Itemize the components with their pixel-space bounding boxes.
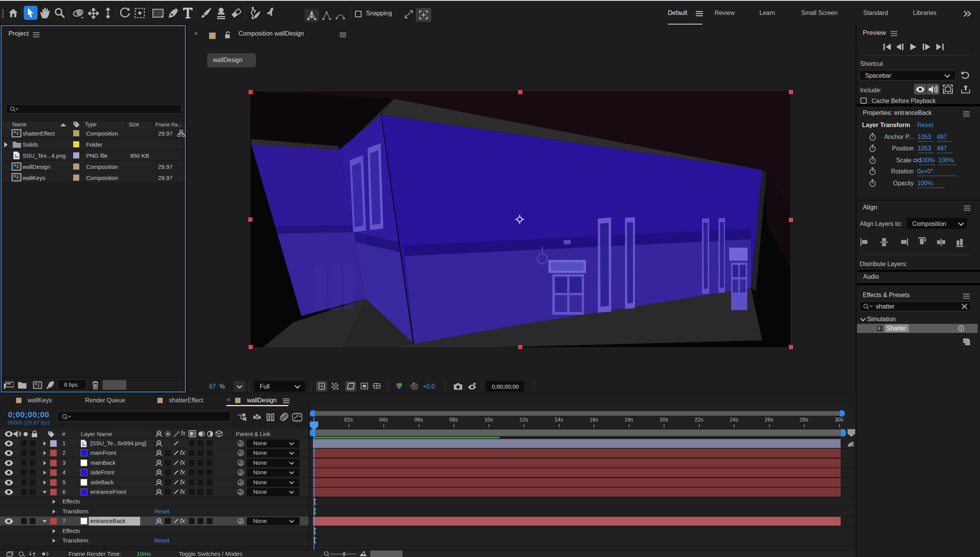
svg-text:3: 3 (474, 383, 475, 385)
